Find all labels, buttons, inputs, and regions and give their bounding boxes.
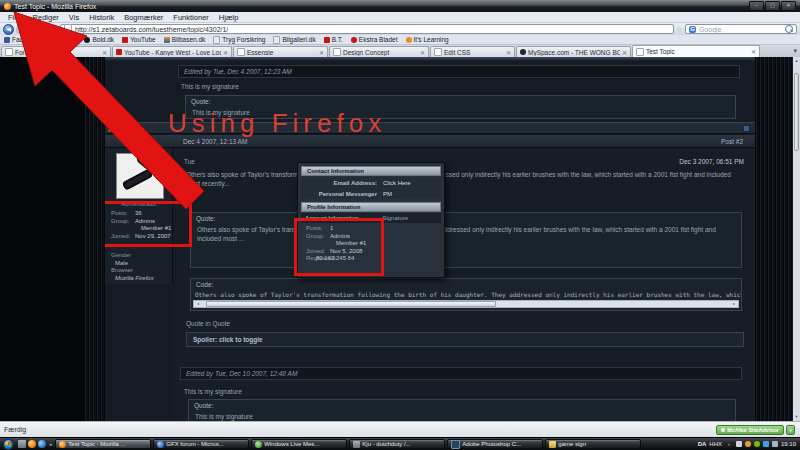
bookmark-bilbasen[interactable]: Bilbasen.dk: [164, 36, 206, 43]
taskbar-item-photoshop[interactable]: Adobe Photoshop C...: [447, 439, 543, 449]
scroll-right-icon[interactable]: ▸: [730, 301, 738, 307]
clock[interactable]: 19:10: [781, 441, 796, 447]
bookmark-bilgalleri[interactable]: Bilgalleri.dk: [273, 36, 315, 44]
tab-list-dropdown-icon[interactable]: ▾: [793, 47, 797, 55]
forward-button[interactable]: ▶: [16, 25, 25, 34]
tab-close-icon[interactable]: ✕: [102, 49, 107, 56]
start-button[interactable]: [3, 439, 14, 450]
tab-design-concept[interactable]: Design Concept✕: [329, 46, 429, 57]
scrollbar-thumb[interactable]: [794, 73, 799, 151]
google-icon[interactable]: G: [689, 26, 696, 33]
tab-test-topic[interactable]: Test Topic✕: [632, 45, 760, 57]
keyboard-layout-indicator[interactable]: HHX: [709, 441, 722, 447]
taskbar-item-gfx-forum[interactable]: GFX forum - Micros...: [153, 439, 249, 449]
language-indicator[interactable]: DA: [698, 441, 707, 447]
firefox-icon[interactable]: [28, 440, 36, 448]
maximize-button[interactable]: ▢: [765, 1, 780, 11]
scroll-up-icon[interactable]: ▲: [793, 57, 800, 65]
tab-edit-css[interactable]: Edit CSS✕: [430, 46, 515, 57]
bookmark-tryg[interactable]: Tryg Forsikring: [213, 36, 265, 44]
system-tray: DA HHX ‹ 19:10: [698, 441, 800, 447]
window-icon: [353, 441, 360, 448]
tab-close-icon[interactable]: ✕: [319, 49, 324, 56]
tray-volume-icon[interactable]: [772, 441, 778, 447]
code-horizontal-scrollbar[interactable]: ◂ ▸: [193, 300, 739, 308]
scroll-down-icon[interactable]: ▼: [793, 413, 800, 421]
tab-forum[interactable]: Forum Pro...✕: [1, 46, 111, 57]
window-controls: – ▢ ✕: [749, 1, 796, 11]
vertical-scrollbar[interactable]: ▲ ▼: [793, 57, 800, 421]
menu-bogmaerker[interactable]: Bogmærker: [119, 13, 168, 22]
close-button[interactable]: ✕: [781, 1, 796, 11]
search-placeholder[interactable]: Google: [699, 26, 782, 33]
taskbar-item-kju[interactable]: Kju - dutchduty /...: [349, 439, 445, 449]
page-favicon: [64, 24, 72, 34]
bookmark-2008[interactable]: 2008...: [49, 36, 77, 43]
highlight-rect-sidebar-stats: [105, 201, 192, 247]
home-icon[interactable]: ⌂: [49, 25, 58, 34]
menu-historik[interactable]: Historik: [84, 13, 119, 22]
url-bar[interactable]: http://s1.zetaboards.com/tuestheme/topic…: [60, 24, 674, 34]
menu-vis[interactable]: Vis: [64, 13, 84, 22]
tab-close-icon[interactable]: ✕: [622, 49, 627, 56]
taskbar-item-windows-live[interactable]: Windows Live Mes...: [251, 439, 347, 449]
search-icon[interactable]: [785, 25, 793, 33]
quote-in-quote-text: Quote in Quote: [186, 320, 230, 327]
tray-network-icon[interactable]: [763, 441, 769, 447]
scroll-left-icon[interactable]: ◂: [194, 301, 202, 307]
mcafee-dropdown-icon[interactable]: ▼: [786, 425, 795, 435]
scrollbar-thumb[interactable]: [206, 301, 496, 307]
bookmark-its-learning[interactable]: It's Learning: [406, 36, 449, 43]
menu-rediger[interactable]: Rediger: [28, 13, 64, 22]
url-text[interactable]: http://s1.zetaboards.com/tuestheme/topic…: [75, 26, 228, 33]
tab-close-icon[interactable]: ✕: [506, 49, 511, 56]
tab-youtube[interactable]: YouTube - Kanye West - Love Lock...✕: [112, 46, 232, 57]
taskbar-item-game-sign[interactable]: game sign: [545, 439, 641, 449]
email-link[interactable]: Click Here: [383, 180, 411, 186]
tab-close-icon[interactable]: ✕: [420, 49, 425, 56]
tray-antivirus-icon[interactable]: [754, 441, 760, 447]
tab-close-icon[interactable]: ✕: [223, 49, 228, 56]
post-number[interactable]: Post #2: [721, 138, 743, 145]
tray-messenger-icon[interactable]: [745, 441, 751, 447]
stop-icon[interactable]: ✕: [38, 25, 47, 34]
tab-close-icon[interactable]: ✕: [751, 48, 756, 55]
taskbar-item-firefox[interactable]: Test Topic - Mozilla ...: [55, 439, 151, 449]
page-icon: [237, 48, 245, 56]
code-label: Code:: [191, 279, 741, 290]
profile-button-icon[interactable]: [120, 125, 142, 132]
tab-essensie[interactable]: Essensie✕: [233, 46, 328, 57]
menu-bar: Filer Rediger Vis Historik Bogmærker Fun…: [0, 12, 800, 23]
post-author-link[interactable]: Tue: [105, 138, 173, 145]
tab-myspace[interactable]: MySpace.com - THE WONG BOYS *...✕: [516, 46, 631, 57]
bookmark-star-icon[interactable]: ☆: [676, 25, 683, 34]
minimize-button[interactable]: –: [749, 1, 764, 11]
profile-information-header: Profile Information: [301, 202, 441, 212]
show-desktop-icon[interactable]: [18, 440, 26, 448]
pm-link[interactable]: PM: [383, 191, 392, 197]
bookmark-facebook[interactable]: Facebook: [4, 36, 41, 43]
mcafee-siteadvisor-badge[interactable]: McAfee SiteAdvisor: [716, 425, 784, 435]
bookmark-youtube[interactable]: YouTube: [122, 36, 156, 43]
post-link-icon[interactable]: [743, 125, 750, 132]
tab-signature[interactable]: Signature: [382, 215, 408, 221]
reload-icon[interactable]: ↻: [27, 25, 36, 34]
spoiler-toggle[interactable]: Spoiler: click to toggle: [186, 332, 744, 347]
bookmark-bt[interactable]: B.T.: [324, 36, 343, 43]
bookmark-bold-dk[interactable]: Bold.dk: [84, 36, 114, 43]
tray-collapse-icon[interactable]: ‹: [728, 441, 730, 447]
quick-launch-overflow-icon[interactable]: »: [49, 441, 52, 447]
menu-filer[interactable]: Filer: [3, 13, 28, 22]
status-text: Færdig: [4, 426, 26, 433]
menu-funktioner[interactable]: Funktioner: [168, 13, 213, 22]
email-post-icon[interactable]: [108, 125, 117, 132]
messenger-icon[interactable]: [38, 440, 46, 448]
tray-user-icon[interactable]: [736, 441, 742, 447]
menu-hjaelp[interactable]: Hjælp: [214, 13, 244, 22]
bookmark-ekstra-bladet[interactable]: Ekstra Bladet: [351, 36, 398, 43]
back-button[interactable]: ◀: [3, 24, 14, 35]
pm-row: Personal Messenger PM: [301, 188, 441, 199]
tab-strip: Forum Pro...✕ YouTube - Kanye West - Lov…: [0, 45, 800, 57]
search-input[interactable]: G Google: [685, 24, 797, 34]
youtube-icon: [116, 49, 122, 55]
